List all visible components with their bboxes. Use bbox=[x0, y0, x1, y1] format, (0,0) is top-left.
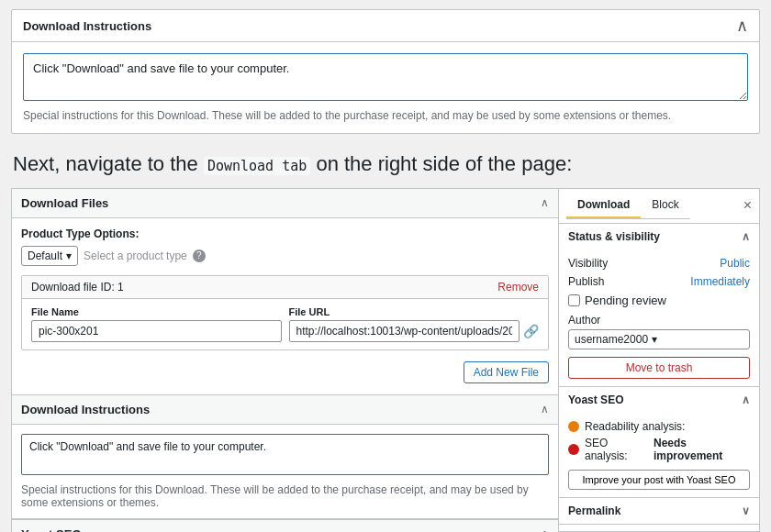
status-visibility-title: Status & visibility bbox=[568, 230, 660, 243]
add-file-button[interactable]: Add New File bbox=[464, 361, 549, 383]
seo-dot bbox=[568, 444, 579, 455]
permalink-chevron: ∨ bbox=[742, 504, 750, 517]
status-visibility-chevron: ∧ bbox=[742, 230, 750, 243]
visibility-row: Visibility Public bbox=[568, 257, 750, 270]
file-url-input[interactable] bbox=[289, 320, 520, 342]
file-fields: File Name File URL 🔗 bbox=[22, 299, 548, 349]
yoast-improve-button[interactable]: Improve your post with Yoast SEO bbox=[568, 470, 750, 490]
status-visibility-header[interactable]: Status & visibility ∧ bbox=[559, 224, 759, 249]
top-panel-body: Click "Download" and save file to your c… bbox=[12, 42, 759, 133]
download-instructions-lower-toggle[interactable]: ∧ bbox=[541, 404, 549, 415]
file-name-input[interactable] bbox=[31, 320, 282, 342]
product-type-label: Product Type Options: bbox=[21, 227, 549, 240]
yoast-sidebar-title: Yoast SEO bbox=[568, 393, 623, 406]
top-panel-hint: Special instructions for this Download. … bbox=[23, 109, 748, 122]
yoast-section: Yoast SEO ∧ Readability analysis: SEO an… bbox=[559, 387, 759, 498]
tab-download[interactable]: Download bbox=[566, 193, 641, 218]
file-id-label: Download file ID: 1 bbox=[31, 281, 124, 294]
readability-row: Readability analysis: bbox=[568, 420, 750, 433]
permalink-section: Permalink ∨ bbox=[559, 498, 759, 525]
publish-label: Publish bbox=[568, 275, 604, 288]
product-type-row: Default ▾ Select a product type ? bbox=[21, 246, 549, 266]
yoast-title-left: Yoast SEO bbox=[21, 527, 82, 532]
default-select[interactable]: Default ▾ bbox=[21, 246, 78, 266]
file-name-label: File Name bbox=[31, 306, 282, 317]
download-instructions-lower-header: Download Instructions ∧ bbox=[12, 395, 558, 425]
link-icon[interactable]: 🔗 bbox=[523, 324, 539, 338]
download-instructions-lower-title: Download Instructions bbox=[21, 403, 150, 416]
file-url-label: File URL bbox=[289, 306, 540, 317]
seo-label: SEO analysis: bbox=[585, 437, 648, 462]
status-visibility-section: Status & visibility ∧ Visibility Public … bbox=[559, 224, 759, 387]
seo-row: SEO analysis: Needs improvement bbox=[568, 437, 750, 462]
sidebar-tabs-row: Download Block × bbox=[559, 189, 759, 224]
download-instructions-lower-body: Click "Download" and save file to your c… bbox=[12, 425, 558, 518]
author-label: Author bbox=[568, 314, 600, 327]
status-visibility-body: Visibility Public Publish Immediately Pe… bbox=[559, 249, 759, 386]
yoast-sidebar-chevron: ∧ bbox=[742, 393, 750, 406]
file-name-field: File Name bbox=[31, 306, 282, 342]
yoast-toggle-left[interactable]: ∧ bbox=[541, 528, 549, 532]
download-files-section: Download Files ∧ Product Type Options: D… bbox=[12, 189, 558, 395]
url-input-wrapper: 🔗 bbox=[289, 320, 540, 342]
yoast-body: Readability analysis: SEO analysis: Need… bbox=[559, 413, 759, 497]
yoast-section-left: Yoast SEO ∧ bbox=[12, 519, 558, 532]
readability-label: Readability analysis: bbox=[585, 420, 685, 433]
nav-instruction: Next, navigate to the Download tab on th… bbox=[0, 134, 771, 188]
pending-review-label: Pending review bbox=[585, 294, 666, 307]
nav-code-text: Download tab bbox=[204, 157, 310, 175]
remove-link[interactable]: Remove bbox=[497, 281, 539, 294]
download-files-title: Download Files bbox=[21, 196, 108, 210]
permalink-title: Permalink bbox=[568, 504, 620, 517]
visibility-label: Visibility bbox=[568, 257, 608, 270]
download-instructions-lower-hint: Special instructions for this Download. … bbox=[21, 483, 549, 509]
visibility-value[interactable]: Public bbox=[720, 257, 750, 270]
tab-block[interactable]: Block bbox=[641, 193, 689, 218]
move-to-trash-button[interactable]: Move to trash bbox=[568, 357, 750, 379]
pending-review-row: Pending review bbox=[568, 294, 750, 307]
permalink-header[interactable]: Permalink ∨ bbox=[559, 498, 759, 524]
file-url-field: File URL 🔗 bbox=[289, 306, 540, 342]
sidebar-tabs: Download Block bbox=[566, 193, 690, 219]
add-file-row: Add New File bbox=[21, 358, 549, 385]
author-row: Author username2000 ▾ bbox=[568, 313, 750, 349]
help-icon[interactable]: ? bbox=[193, 249, 206, 262]
yoast-sidebar-header[interactable]: Yoast SEO ∧ bbox=[559, 387, 759, 413]
sidebar: Download Block × Status & visibility ∧ V… bbox=[558, 188, 760, 532]
publish-value[interactable]: Immediately bbox=[690, 275, 750, 288]
top-panel-toggle[interactable]: ∧ bbox=[736, 17, 748, 34]
select-placeholder: Select a product type bbox=[84, 249, 187, 262]
top-panel-title: Download Instructions bbox=[23, 19, 151, 33]
pending-review-checkbox[interactable] bbox=[568, 294, 580, 306]
download-instructions-lower-section: Download Instructions ∧ Click "Download"… bbox=[12, 395, 558, 519]
download-files-body: Product Type Options: Default ▾ Select a… bbox=[12, 218, 558, 394]
download-files-header: Download Files ∧ bbox=[12, 189, 558, 218]
author-select[interactable]: username2000 ▾ bbox=[568, 329, 750, 349]
instruction-textarea-lower[interactable]: Click "Download" and save file to your c… bbox=[21, 434, 549, 475]
instruction-textarea-top[interactable]: Click "Download" and save file to your c… bbox=[23, 53, 748, 101]
download-files-toggle[interactable]: ∧ bbox=[541, 197, 549, 208]
top-panel-header: Download Instructions ∧ bbox=[12, 10, 759, 42]
sidebar-close-button[interactable]: × bbox=[743, 197, 752, 214]
seo-value: Needs improvement bbox=[654, 437, 750, 462]
download-file-header: Download file ID: 1 Remove bbox=[22, 276, 548, 299]
readability-dot bbox=[568, 421, 579, 432]
publish-row: Publish Immediately bbox=[568, 275, 750, 288]
download-file-row: Download file ID: 1 Remove File Name Fil… bbox=[21, 275, 549, 350]
